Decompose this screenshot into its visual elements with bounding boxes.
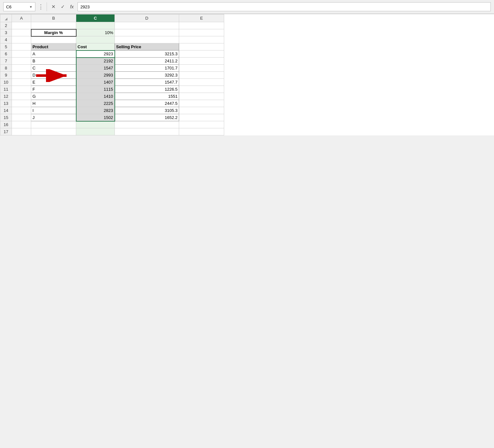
cell-E5[interactable] (179, 43, 224, 50)
cell-E10[interactable] (179, 79, 224, 86)
cell-A11[interactable] (12, 86, 31, 93)
cell-E3[interactable] (179, 29, 224, 36)
cell-B14-product[interactable]: I (31, 107, 76, 114)
cell-D14-selling-price[interactable]: 3105.3 (115, 107, 179, 114)
cell-C11-cost[interactable]: 1115 (76, 86, 115, 93)
cell-D5-selling-price-header[interactable]: Selling Price (115, 43, 179, 50)
cell-B2[interactable] (31, 22, 76, 29)
table-row: 3 Margin % 10% (0, 29, 224, 36)
cancel-icon[interactable]: ✕ (50, 3, 57, 10)
col-header-A[interactable]: A (12, 14, 31, 22)
cell-A6[interactable] (12, 50, 31, 58)
cell-A15[interactable] (12, 114, 31, 121)
cell-E6[interactable] (179, 50, 224, 58)
confirm-icon[interactable]: ✓ (59, 3, 66, 10)
cell-E13[interactable] (179, 100, 224, 107)
cell-A7[interactable] (12, 58, 31, 65)
cell-C12-cost[interactable]: 1410 (76, 93, 115, 100)
row-number: 11 (0, 86, 12, 93)
cell-D6-selling-price[interactable]: 3215.3 (115, 50, 179, 58)
col-header-D[interactable]: D (115, 14, 179, 22)
cell-D8-selling-price[interactable]: 1701.7 (115, 65, 179, 72)
cell-E16[interactable] (179, 121, 224, 128)
cell-E12[interactable] (179, 93, 224, 100)
cell-A2[interactable] (12, 22, 31, 29)
cell-B11-product[interactable]: F (31, 86, 76, 93)
col-header-E[interactable]: E (179, 14, 224, 22)
cell-C10-cost[interactable]: 1407 (76, 79, 115, 86)
cell-E8[interactable] (179, 65, 224, 72)
cell-C17[interactable] (76, 128, 115, 135)
cell-D12-selling-price[interactable]: 1551 (115, 93, 179, 100)
cell-D4[interactable] (115, 36, 179, 43)
cell-A12[interactable] (12, 93, 31, 100)
cell-B17[interactable] (31, 128, 76, 135)
corner-cell: ◢ (0, 14, 12, 22)
cell-C4[interactable] (76, 36, 115, 43)
cell-D11-selling-price[interactable]: 1226.5 (115, 86, 179, 93)
cell-B16[interactable] (31, 121, 76, 128)
cell-C15-cost[interactable]: 1502 (76, 114, 115, 121)
formula-icons: ✕ ✓ fx (50, 3, 75, 10)
cell-D10-selling-price[interactable]: 1547.7 (115, 79, 179, 86)
cell-reference-box[interactable]: C6 ▼ (3, 2, 35, 11)
cell-D7-selling-price[interactable]: 2411.2 (115, 58, 179, 65)
cell-B4[interactable] (31, 36, 76, 43)
cell-B10-product[interactable]: E (31, 79, 76, 86)
cell-B5-product-header[interactable]: Product (31, 43, 76, 50)
cell-C13-cost[interactable]: 2225 (76, 100, 115, 107)
cell-A16[interactable] (12, 121, 31, 128)
cell-E15[interactable] (179, 114, 224, 121)
formula-input[interactable]: 2923 (78, 2, 491, 11)
dropdown-arrow-icon: ▼ (29, 5, 32, 9)
cell-E11[interactable] (179, 86, 224, 93)
row-number: 12 (0, 93, 12, 100)
cell-A5[interactable] (12, 43, 31, 50)
cell-C9-cost[interactable]: 2993 (76, 72, 115, 79)
cell-A10[interactable] (12, 79, 31, 86)
cell-B15-product[interactable]: J (31, 114, 76, 121)
cell-C5-cost-header[interactable]: Cost (76, 43, 115, 50)
cell-D15-selling-price[interactable]: 1652.2 (115, 114, 179, 121)
cell-C16[interactable] (76, 121, 115, 128)
cell-E17[interactable] (179, 128, 224, 135)
cell-E7[interactable] (179, 58, 224, 65)
spreadsheet-table: ◢ A B C D E 2 3 Margi (0, 14, 224, 135)
cell-B12-product[interactable]: G (31, 93, 76, 100)
cell-C3-margin-value[interactable]: 10% (76, 29, 115, 36)
cell-E9[interactable] (179, 72, 224, 79)
cell-B6-product[interactable]: A (31, 50, 76, 58)
cell-D2[interactable] (115, 22, 179, 29)
grip-icon: ⋮ (38, 3, 43, 10)
cell-A4[interactable] (12, 36, 31, 43)
cell-D16[interactable] (115, 121, 179, 128)
cell-B7-product[interactable]: B (31, 58, 76, 65)
cell-C2[interactable] (76, 22, 115, 29)
cell-E2[interactable] (179, 22, 224, 29)
cell-D3[interactable] (115, 29, 179, 36)
col-header-B[interactable]: B (31, 14, 76, 22)
cell-E4[interactable] (179, 36, 224, 43)
cell-C8-cost[interactable]: 1547 (76, 65, 115, 72)
cell-B13-product[interactable]: H (31, 100, 76, 107)
cell-C6-cost[interactable]: 2923 (76, 50, 115, 58)
table-row: 16 (0, 121, 224, 128)
col-header-C[interactable]: C (76, 14, 115, 22)
cell-D13-selling-price[interactable]: 2447.5 (115, 100, 179, 107)
cell-C7-cost[interactable]: 2192 (76, 58, 115, 65)
cell-D9-selling-price[interactable]: 3292.3 (115, 72, 179, 79)
cell-D17[interactable] (115, 128, 179, 135)
cell-E14[interactable] (179, 107, 224, 114)
table-row: 14I28233105.3 (0, 107, 224, 114)
cell-A3[interactable] (12, 29, 31, 36)
cell-A17[interactable] (12, 128, 31, 135)
cell-B3-margin-label[interactable]: Margin % (31, 29, 76, 36)
cell-A14[interactable] (12, 107, 31, 114)
fx-icon[interactable]: fx (69, 4, 75, 10)
cell-B8-product[interactable]: C (31, 65, 76, 72)
cell-C14-cost[interactable]: 2823 (76, 107, 115, 114)
cell-A13[interactable] (12, 100, 31, 107)
cell-A8[interactable] (12, 65, 31, 72)
cell-B9-product[interactable]: D (31, 72, 76, 79)
cell-A9[interactable] (12, 72, 31, 79)
